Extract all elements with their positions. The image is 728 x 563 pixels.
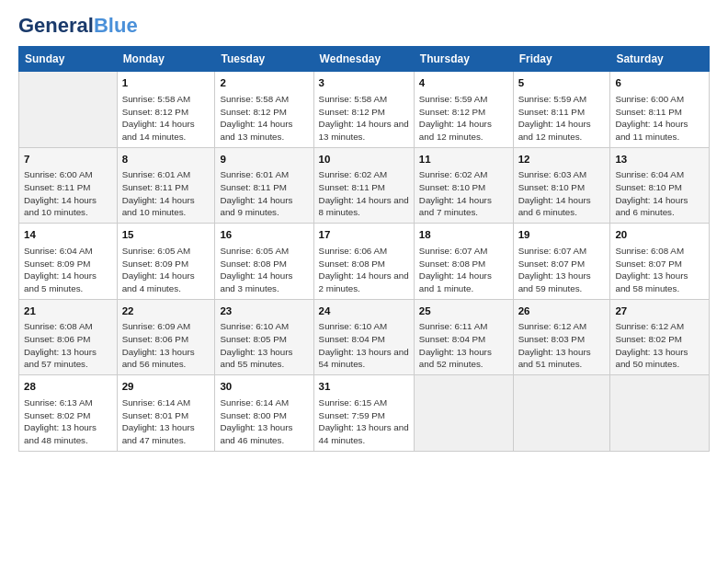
day-number: 9: [220, 152, 308, 167]
day-info: Sunrise: 6:10 AMSunset: 8:05 PMDaylight:…: [220, 320, 308, 371]
calendar-cell: 17Sunrise: 6:06 AMSunset: 8:08 PMDayligh…: [313, 224, 414, 299]
calendar-cell: 26Sunrise: 6:12 AMSunset: 8:03 PMDayligh…: [513, 299, 610, 374]
calendar-cell: 4Sunrise: 5:59 AMSunset: 8:12 PMDaylight…: [414, 72, 513, 147]
week-row-4: 21Sunrise: 6:08 AMSunset: 8:06 PMDayligh…: [19, 299, 710, 374]
day-info: Sunrise: 6:01 AMSunset: 8:11 PMDaylight:…: [220, 168, 308, 219]
day-info: Sunrise: 6:02 AMSunset: 8:11 PMDaylight:…: [319, 168, 409, 219]
week-row-3: 14Sunrise: 6:04 AMSunset: 8:09 PMDayligh…: [19, 224, 710, 299]
day-number: 4: [419, 75, 508, 91]
day-number: 13: [615, 152, 704, 167]
calendar-cell: 6Sunrise: 6:00 AMSunset: 8:11 PMDaylight…: [610, 72, 710, 147]
day-info: Sunrise: 6:08 AMSunset: 8:06 PMDaylight:…: [24, 320, 112, 371]
calendar-cell: 22Sunrise: 6:09 AMSunset: 8:06 PMDayligh…: [117, 299, 215, 374]
calendar-cell: 30Sunrise: 6:14 AMSunset: 8:00 PMDayligh…: [215, 375, 313, 451]
calendar-cell: 7Sunrise: 6:00 AMSunset: 8:11 PMDaylight…: [19, 147, 118, 223]
col-header-monday: Monday: [117, 47, 215, 72]
day-info: Sunrise: 5:58 AMSunset: 8:12 PMDaylight:…: [220, 93, 308, 144]
day-info: Sunrise: 6:14 AMSunset: 8:00 PMDaylight:…: [220, 396, 308, 447]
calendar-cell: [513, 375, 610, 451]
calendar-cell: 19Sunrise: 6:07 AMSunset: 8:07 PMDayligh…: [513, 224, 610, 299]
col-header-saturday: Saturday: [610, 47, 710, 72]
day-number: 6: [615, 75, 704, 91]
calendar-cell: 29Sunrise: 6:14 AMSunset: 8:01 PMDayligh…: [117, 375, 215, 451]
day-number: 30: [220, 379, 308, 395]
calendar-cell: 1Sunrise: 5:58 AMSunset: 8:12 PMDaylight…: [117, 72, 215, 147]
day-info: Sunrise: 5:59 AMSunset: 8:11 PMDaylight:…: [518, 93, 606, 144]
calendar-cell: 31Sunrise: 6:15 AMSunset: 7:59 PMDayligh…: [313, 375, 414, 451]
calendar-header: SundayMondayTuesdayWednesdayThursdayFrid…: [19, 47, 710, 72]
col-header-friday: Friday: [513, 47, 610, 72]
day-info: Sunrise: 6:08 AMSunset: 8:07 PMDaylight:…: [615, 245, 704, 295]
calendar-cell: [19, 72, 118, 147]
day-number: 31: [319, 379, 409, 395]
day-info: Sunrise: 5:58 AMSunset: 8:12 PMDaylight:…: [122, 93, 210, 144]
day-info: Sunrise: 6:07 AMSunset: 8:08 PMDaylight:…: [419, 245, 508, 295]
day-number: 20: [615, 227, 704, 243]
day-number: 11: [419, 152, 508, 167]
col-header-sunday: Sunday: [19, 47, 118, 72]
day-number: 18: [419, 227, 508, 243]
day-info: Sunrise: 5:59 AMSunset: 8:12 PMDaylight:…: [419, 93, 508, 144]
calendar-cell: 25Sunrise: 6:11 AMSunset: 8:04 PMDayligh…: [414, 299, 513, 374]
day-info: Sunrise: 6:02 AMSunset: 8:10 PMDaylight:…: [419, 168, 508, 219]
day-number: 19: [518, 227, 606, 243]
col-header-tuesday: Tuesday: [215, 47, 313, 72]
calendar-cell: 15Sunrise: 6:05 AMSunset: 8:09 PMDayligh…: [117, 224, 215, 299]
day-number: 26: [518, 304, 606, 319]
day-number: 21: [24, 304, 112, 319]
day-number: 1: [122, 75, 210, 91]
day-number: 12: [518, 152, 606, 167]
day-info: Sunrise: 6:04 AMSunset: 8:10 PMDaylight:…: [615, 168, 704, 219]
calendar-cell: 8Sunrise: 6:01 AMSunset: 8:11 PMDaylight…: [117, 147, 215, 223]
calendar-cell: 13Sunrise: 6:04 AMSunset: 8:10 PMDayligh…: [610, 147, 710, 223]
day-number: 16: [220, 227, 308, 243]
calendar-cell: 10Sunrise: 6:02 AMSunset: 8:11 PMDayligh…: [313, 147, 414, 223]
logo: GeneralBlue: [18, 15, 138, 37]
day-number: 8: [122, 152, 210, 167]
day-info: Sunrise: 6:12 AMSunset: 8:03 PMDaylight:…: [518, 320, 606, 371]
day-info: Sunrise: 6:15 AMSunset: 7:59 PMDaylight:…: [319, 396, 409, 447]
logo-blue: Blue: [94, 14, 138, 37]
day-number: 29: [122, 379, 210, 395]
calendar-cell: [610, 375, 710, 451]
logo-text: GeneralBlue: [18, 15, 138, 37]
calendar-cell: 18Sunrise: 6:07 AMSunset: 8:08 PMDayligh…: [414, 224, 513, 299]
day-number: 28: [24, 379, 112, 395]
calendar-cell: 27Sunrise: 6:12 AMSunset: 8:02 PMDayligh…: [610, 299, 710, 374]
col-header-thursday: Thursday: [414, 47, 513, 72]
day-number: 15: [122, 227, 210, 243]
week-row-2: 7Sunrise: 6:00 AMSunset: 8:11 PMDaylight…: [19, 147, 710, 223]
week-row-5: 28Sunrise: 6:13 AMSunset: 8:02 PMDayligh…: [19, 375, 710, 451]
calendar-cell: 3Sunrise: 5:58 AMSunset: 8:12 PMDaylight…: [313, 72, 414, 147]
day-number: 22: [122, 304, 210, 319]
day-info: Sunrise: 6:10 AMSunset: 8:04 PMDaylight:…: [319, 320, 409, 371]
calendar-cell: 23Sunrise: 6:10 AMSunset: 8:05 PMDayligh…: [215, 299, 313, 374]
day-number: 10: [319, 152, 409, 167]
calendar-cell: 21Sunrise: 6:08 AMSunset: 8:06 PMDayligh…: [19, 299, 118, 374]
day-info: Sunrise: 6:14 AMSunset: 8:01 PMDaylight:…: [122, 396, 210, 447]
day-info: Sunrise: 6:06 AMSunset: 8:08 PMDaylight:…: [319, 245, 409, 295]
day-number: 17: [319, 227, 409, 243]
day-info: Sunrise: 6:12 AMSunset: 8:02 PMDaylight:…: [615, 320, 704, 371]
day-info: Sunrise: 6:07 AMSunset: 8:07 PMDaylight:…: [518, 245, 606, 295]
day-info: Sunrise: 6:01 AMSunset: 8:11 PMDaylight:…: [122, 168, 210, 219]
col-header-wednesday: Wednesday: [313, 47, 414, 72]
day-number: 2: [220, 75, 308, 91]
calendar-cell: 14Sunrise: 6:04 AMSunset: 8:09 PMDayligh…: [19, 224, 118, 299]
day-info: Sunrise: 6:05 AMSunset: 8:09 PMDaylight:…: [122, 245, 210, 295]
calendar-cell: 5Sunrise: 5:59 AMSunset: 8:11 PMDaylight…: [513, 72, 610, 147]
calendar-cell: 16Sunrise: 6:05 AMSunset: 8:08 PMDayligh…: [215, 224, 313, 299]
day-info: Sunrise: 6:00 AMSunset: 8:11 PMDaylight:…: [615, 93, 704, 144]
day-number: 5: [518, 75, 606, 91]
day-number: 14: [24, 227, 112, 243]
calendar-cell: 9Sunrise: 6:01 AMSunset: 8:11 PMDaylight…: [215, 147, 313, 223]
day-number: 23: [220, 304, 308, 319]
day-number: 24: [319, 304, 409, 319]
day-info: Sunrise: 6:05 AMSunset: 8:08 PMDaylight:…: [220, 245, 308, 295]
header: GeneralBlue: [18, 15, 710, 37]
calendar-cell: 28Sunrise: 6:13 AMSunset: 8:02 PMDayligh…: [19, 375, 118, 451]
day-info: Sunrise: 5:58 AMSunset: 8:12 PMDaylight:…: [319, 93, 409, 144]
calendar-cell: 12Sunrise: 6:03 AMSunset: 8:10 PMDayligh…: [513, 147, 610, 223]
day-info: Sunrise: 6:09 AMSunset: 8:06 PMDaylight:…: [122, 320, 210, 371]
calendar-cell: 11Sunrise: 6:02 AMSunset: 8:10 PMDayligh…: [414, 147, 513, 223]
